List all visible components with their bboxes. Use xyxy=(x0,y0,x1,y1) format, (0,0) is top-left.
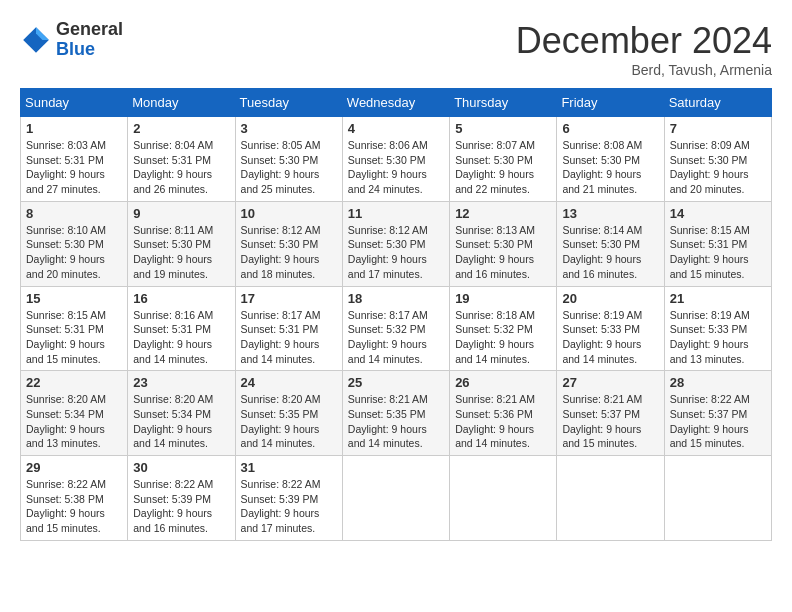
weekday-header-row: SundayMondayTuesdayWednesdayThursdayFrid… xyxy=(21,89,772,117)
title-block: December 2024 Berd, Tavush, Armenia xyxy=(516,20,772,78)
day-info: Sunrise: 8:05 AMSunset: 5:30 PMDaylight:… xyxy=(241,139,321,195)
weekday-header-wednesday: Wednesday xyxy=(342,89,449,117)
calendar-cell: 19 Sunrise: 8:18 AMSunset: 5:32 PMDaylig… xyxy=(450,286,557,371)
calendar-cell xyxy=(450,456,557,541)
day-info: Sunrise: 8:17 AMSunset: 5:31 PMDaylight:… xyxy=(241,309,321,365)
week-row-1: 1 Sunrise: 8:03 AMSunset: 5:31 PMDayligh… xyxy=(21,117,772,202)
day-info: Sunrise: 8:09 AMSunset: 5:30 PMDaylight:… xyxy=(670,139,750,195)
day-info: Sunrise: 8:13 AMSunset: 5:30 PMDaylight:… xyxy=(455,224,535,280)
calendar-cell: 4 Sunrise: 8:06 AMSunset: 5:30 PMDayligh… xyxy=(342,117,449,202)
day-info: Sunrise: 8:14 AMSunset: 5:30 PMDaylight:… xyxy=(562,224,642,280)
calendar-cell: 27 Sunrise: 8:21 AMSunset: 5:37 PMDaylig… xyxy=(557,371,664,456)
day-number: 30 xyxy=(133,460,229,475)
day-number: 26 xyxy=(455,375,551,390)
day-number: 5 xyxy=(455,121,551,136)
weekday-header-monday: Monday xyxy=(128,89,235,117)
day-number: 6 xyxy=(562,121,658,136)
day-number: 22 xyxy=(26,375,122,390)
calendar-cell: 6 Sunrise: 8:08 AMSunset: 5:30 PMDayligh… xyxy=(557,117,664,202)
day-number: 2 xyxy=(133,121,229,136)
week-row-5: 29 Sunrise: 8:22 AMSunset: 5:38 PMDaylig… xyxy=(21,456,772,541)
day-info: Sunrise: 8:07 AMSunset: 5:30 PMDaylight:… xyxy=(455,139,535,195)
day-info: Sunrise: 8:19 AMSunset: 5:33 PMDaylight:… xyxy=(670,309,750,365)
week-row-3: 15 Sunrise: 8:15 AMSunset: 5:31 PMDaylig… xyxy=(21,286,772,371)
day-info: Sunrise: 8:15 AMSunset: 5:31 PMDaylight:… xyxy=(26,309,106,365)
calendar-cell: 29 Sunrise: 8:22 AMSunset: 5:38 PMDaylig… xyxy=(21,456,128,541)
calendar-cell: 15 Sunrise: 8:15 AMSunset: 5:31 PMDaylig… xyxy=(21,286,128,371)
logo: General Blue xyxy=(20,20,123,60)
calendar-cell: 12 Sunrise: 8:13 AMSunset: 5:30 PMDaylig… xyxy=(450,201,557,286)
day-info: Sunrise: 8:20 AMSunset: 5:35 PMDaylight:… xyxy=(241,393,321,449)
logo-general-text: General xyxy=(56,20,123,40)
day-number: 28 xyxy=(670,375,766,390)
calendar-cell xyxy=(664,456,771,541)
calendar-cell xyxy=(557,456,664,541)
day-info: Sunrise: 8:22 AMSunset: 5:39 PMDaylight:… xyxy=(241,478,321,534)
day-info: Sunrise: 8:12 AMSunset: 5:30 PMDaylight:… xyxy=(241,224,321,280)
day-info: Sunrise: 8:19 AMSunset: 5:33 PMDaylight:… xyxy=(562,309,642,365)
calendar-cell: 11 Sunrise: 8:12 AMSunset: 5:30 PMDaylig… xyxy=(342,201,449,286)
day-number: 23 xyxy=(133,375,229,390)
calendar-cell: 24 Sunrise: 8:20 AMSunset: 5:35 PMDaylig… xyxy=(235,371,342,456)
logo-icon xyxy=(20,24,52,56)
calendar-cell: 21 Sunrise: 8:19 AMSunset: 5:33 PMDaylig… xyxy=(664,286,771,371)
week-row-2: 8 Sunrise: 8:10 AMSunset: 5:30 PMDayligh… xyxy=(21,201,772,286)
day-info: Sunrise: 8:03 AMSunset: 5:31 PMDaylight:… xyxy=(26,139,106,195)
calendar-cell: 25 Sunrise: 8:21 AMSunset: 5:35 PMDaylig… xyxy=(342,371,449,456)
calendar-cell: 14 Sunrise: 8:15 AMSunset: 5:31 PMDaylig… xyxy=(664,201,771,286)
day-info: Sunrise: 8:18 AMSunset: 5:32 PMDaylight:… xyxy=(455,309,535,365)
logo-blue-text: Blue xyxy=(56,40,123,60)
calendar-cell: 13 Sunrise: 8:14 AMSunset: 5:30 PMDaylig… xyxy=(557,201,664,286)
day-number: 7 xyxy=(670,121,766,136)
weekday-header-thursday: Thursday xyxy=(450,89,557,117)
day-number: 1 xyxy=(26,121,122,136)
day-number: 12 xyxy=(455,206,551,221)
day-info: Sunrise: 8:06 AMSunset: 5:30 PMDaylight:… xyxy=(348,139,428,195)
page-header: General Blue December 2024 Berd, Tavush,… xyxy=(20,20,772,78)
day-info: Sunrise: 8:22 AMSunset: 5:39 PMDaylight:… xyxy=(133,478,213,534)
day-info: Sunrise: 8:17 AMSunset: 5:32 PMDaylight:… xyxy=(348,309,428,365)
day-number: 20 xyxy=(562,291,658,306)
day-info: Sunrise: 8:04 AMSunset: 5:31 PMDaylight:… xyxy=(133,139,213,195)
calendar-cell: 22 Sunrise: 8:20 AMSunset: 5:34 PMDaylig… xyxy=(21,371,128,456)
day-number: 4 xyxy=(348,121,444,136)
calendar-cell: 8 Sunrise: 8:10 AMSunset: 5:30 PMDayligh… xyxy=(21,201,128,286)
day-info: Sunrise: 8:21 AMSunset: 5:36 PMDaylight:… xyxy=(455,393,535,449)
day-info: Sunrise: 8:08 AMSunset: 5:30 PMDaylight:… xyxy=(562,139,642,195)
location-subtitle: Berd, Tavush, Armenia xyxy=(516,62,772,78)
calendar-cell: 28 Sunrise: 8:22 AMSunset: 5:37 PMDaylig… xyxy=(664,371,771,456)
calendar-cell: 9 Sunrise: 8:11 AMSunset: 5:30 PMDayligh… xyxy=(128,201,235,286)
weekday-header-saturday: Saturday xyxy=(664,89,771,117)
day-number: 11 xyxy=(348,206,444,221)
calendar-cell: 18 Sunrise: 8:17 AMSunset: 5:32 PMDaylig… xyxy=(342,286,449,371)
month-title: December 2024 xyxy=(516,20,772,62)
week-row-4: 22 Sunrise: 8:20 AMSunset: 5:34 PMDaylig… xyxy=(21,371,772,456)
day-number: 25 xyxy=(348,375,444,390)
day-number: 8 xyxy=(26,206,122,221)
day-info: Sunrise: 8:10 AMSunset: 5:30 PMDaylight:… xyxy=(26,224,106,280)
day-info: Sunrise: 8:22 AMSunset: 5:37 PMDaylight:… xyxy=(670,393,750,449)
calendar-cell: 2 Sunrise: 8:04 AMSunset: 5:31 PMDayligh… xyxy=(128,117,235,202)
calendar-cell: 26 Sunrise: 8:21 AMSunset: 5:36 PMDaylig… xyxy=(450,371,557,456)
calendar-cell: 20 Sunrise: 8:19 AMSunset: 5:33 PMDaylig… xyxy=(557,286,664,371)
day-number: 29 xyxy=(26,460,122,475)
day-number: 16 xyxy=(133,291,229,306)
day-number: 27 xyxy=(562,375,658,390)
day-number: 14 xyxy=(670,206,766,221)
day-number: 3 xyxy=(241,121,337,136)
day-number: 21 xyxy=(670,291,766,306)
day-info: Sunrise: 8:20 AMSunset: 5:34 PMDaylight:… xyxy=(133,393,213,449)
day-number: 9 xyxy=(133,206,229,221)
calendar-cell: 31 Sunrise: 8:22 AMSunset: 5:39 PMDaylig… xyxy=(235,456,342,541)
day-info: Sunrise: 8:11 AMSunset: 5:30 PMDaylight:… xyxy=(133,224,213,280)
calendar-table: SundayMondayTuesdayWednesdayThursdayFrid… xyxy=(20,88,772,541)
day-info: Sunrise: 8:20 AMSunset: 5:34 PMDaylight:… xyxy=(26,393,106,449)
day-info: Sunrise: 8:15 AMSunset: 5:31 PMDaylight:… xyxy=(670,224,750,280)
day-number: 31 xyxy=(241,460,337,475)
day-number: 15 xyxy=(26,291,122,306)
calendar-cell: 30 Sunrise: 8:22 AMSunset: 5:39 PMDaylig… xyxy=(128,456,235,541)
day-info: Sunrise: 8:21 AMSunset: 5:35 PMDaylight:… xyxy=(348,393,428,449)
day-number: 10 xyxy=(241,206,337,221)
weekday-header-tuesday: Tuesday xyxy=(235,89,342,117)
calendar-cell: 1 Sunrise: 8:03 AMSunset: 5:31 PMDayligh… xyxy=(21,117,128,202)
